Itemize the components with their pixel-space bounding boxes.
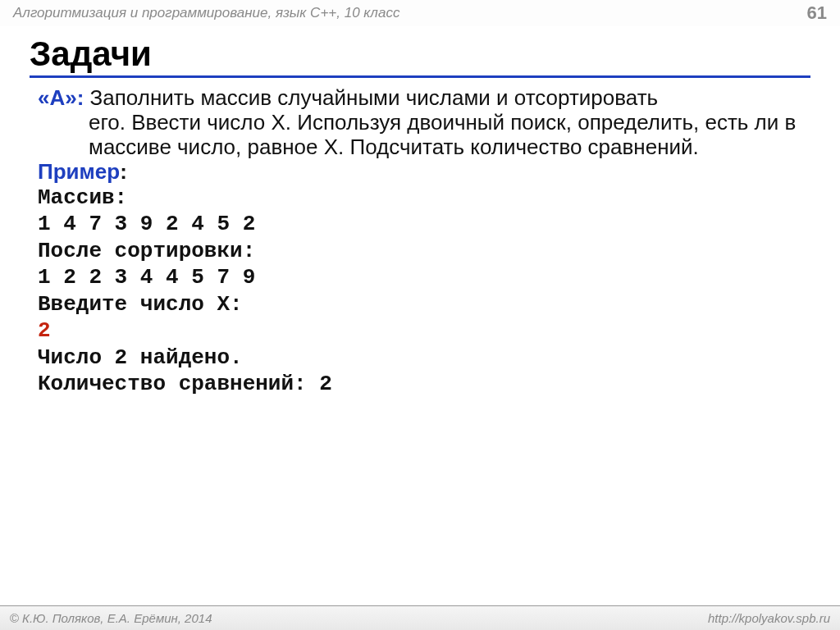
example-array-label: Массив: (38, 185, 802, 212)
title-underline (30, 75, 810, 78)
example-input-value-text: 2 (38, 318, 51, 343)
slide-content: «A»: Заполнить массив случайными числами… (0, 81, 840, 398)
footer-copyright-text: К.Ю. Поляков, Е.А. Ерёмин, 2014 (22, 611, 212, 625)
header-subject: Алгоритмизация и программирование, язык … (13, 5, 399, 21)
example-sorted-values: 1 2 2 3 4 4 5 7 9 (38, 264, 802, 291)
example-sorted-label: После сортировки: (38, 238, 802, 265)
slide-title: Задачи (30, 34, 810, 74)
copyright-icon: © (10, 611, 19, 625)
footer-copyright: ©К.Ю. Поляков, Е.А. Ерёмин, 2014 (10, 611, 212, 625)
slide-footer: ©К.Ю. Поляков, Е.А. Ерёмин, 2014 http://… (0, 605, 840, 630)
example-comparisons: Количество сравнений: 2 (38, 371, 802, 398)
example-found: Число 2 найдено. (38, 345, 802, 372)
example-input-value: 2 (38, 317, 802, 345)
task-first-text: Заполнить массив случайными числами и от… (84, 85, 658, 110)
page-number: 61 (807, 2, 827, 24)
example-array-values: 1 4 7 3 9 2 4 5 2 (38, 211, 802, 238)
task-first-line: «A»: Заполнить массив случайными числами… (38, 86, 802, 111)
example-colon: : (120, 159, 127, 184)
footer-url: http://kpolyakov.spb.ru (708, 611, 830, 625)
title-section: Задачи (0, 26, 840, 81)
example-input-prompt: Введите число X: (38, 291, 802, 318)
example-block: Пример: Массив: 1 4 7 3 9 2 4 5 2 После … (38, 160, 802, 398)
example-label: Пример (38, 159, 120, 184)
slide-header: Алгоритмизация и программирование, язык … (0, 0, 840, 26)
example-label-line: Пример: (38, 160, 802, 185)
task-block: «A»: Заполнить массив случайными числами… (38, 86, 802, 160)
task-label: «A»: (38, 85, 84, 110)
task-rest-text: его. Ввести число X. Используя двоичный … (38, 111, 802, 160)
